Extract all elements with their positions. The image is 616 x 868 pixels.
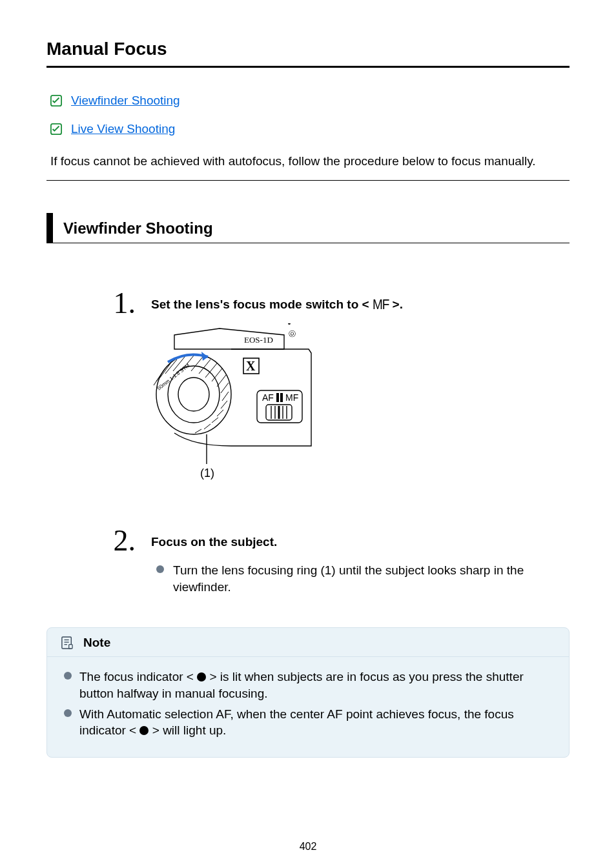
svg-rect-32 — [276, 393, 279, 402]
svg-line-8 — [156, 368, 165, 381]
step-body: Focus on the subject. Turn the lens focu… — [151, 526, 570, 595]
note-item: With Automatic selection AF, when the ce… — [64, 706, 552, 739]
step-2: 2 Focus on the subject. Turn the lens fo… — [111, 526, 570, 595]
svg-line-18 — [221, 383, 229, 393]
step-bullet: Turn the lens focusing ring (1) until th… — [156, 562, 570, 595]
svg-text:MF: MF — [285, 392, 298, 403]
intro-text: If focus cannot be achieved with autofoc… — [46, 154, 570, 168]
focus-indicator-dot-icon — [197, 672, 206, 681]
svg-rect-33 — [280, 393, 283, 402]
svg-text:AF: AF — [262, 392, 274, 403]
svg-rect-47 — [69, 645, 72, 649]
page-title: Manual Focus — [46, 39, 570, 68]
note-body: The focus indicator < > is lit when subj… — [47, 657, 569, 757]
step-title: Set the lens's focus mode switch to < MF… — [151, 298, 570, 312]
svg-line-13 — [191, 357, 203, 371]
note-text-post: > will light up. — [149, 723, 226, 737]
toc-link-liveview[interactable]: Live View Shooting — [46, 122, 570, 136]
section-heading: Viewfinder Shooting — [46, 213, 570, 243]
step-1: 1 Set the lens's focus mode switch to < … — [111, 288, 570, 494]
svg-text:(1): (1) — [200, 467, 214, 479]
svg-text:ⓞ: ⓞ — [289, 330, 296, 338]
step-bullet-text: Turn the lens focusing ring (1) until th… — [173, 562, 544, 595]
toc-link-viewfinder[interactable]: Viewfinder Shooting — [46, 94, 570, 108]
svg-line-20 — [221, 401, 227, 409]
step-title-pre: Set the lens's focus mode switch to < — [151, 298, 373, 311]
note-text: The focus indicator < > is lit when subj… — [79, 669, 552, 701]
bullet-icon — [64, 709, 72, 717]
note-item: The focus indicator < > is lit when subj… — [64, 669, 552, 701]
step-title-post: >. — [389, 298, 403, 311]
bullet-icon — [64, 672, 72, 680]
svg-line-17 — [217, 375, 226, 387]
svg-line-9 — [160, 363, 170, 378]
svg-text:X: X — [246, 359, 256, 373]
svg-marker-25 — [201, 352, 208, 361]
checklist-icon — [50, 123, 62, 135]
svg-line-22 — [212, 418, 218, 423]
camera-illustration: EOS-1D ⓞ — [149, 323, 570, 494]
step-number: 2 — [111, 526, 136, 556]
divider — [46, 180, 570, 181]
step-number: 1 — [111, 288, 136, 318]
note-title: Note — [83, 636, 110, 650]
note-text: With Automatic selection AF, when the ce… — [79, 706, 552, 739]
bullet-icon — [156, 565, 164, 573]
note-box: Note The focus indicator < > is lit when… — [46, 627, 570, 758]
svg-line-21 — [217, 410, 223, 416]
toc-link-label[interactable]: Live View Shooting — [71, 122, 175, 136]
svg-text:EOS-1D: EOS-1D — [244, 335, 273, 345]
svg-line-16 — [212, 368, 222, 381]
svg-point-29 — [288, 323, 291, 325]
svg-line-23 — [204, 424, 210, 429]
mf-glyph: MF — [373, 296, 389, 313]
svg-text:50mm 1:1.8 STM: 50mm 1:1.8 STM — [156, 363, 191, 392]
svg-point-6 — [178, 378, 209, 411]
note-icon — [61, 636, 73, 649]
svg-line-24 — [195, 429, 201, 433]
page-number: 402 — [0, 841, 616, 853]
toc-link-label[interactable]: Viewfinder Shooting — [71, 94, 180, 108]
step-body: Set the lens's focus mode switch to < MF… — [151, 288, 570, 494]
step-title: Focus on the subject. — [151, 535, 570, 549]
checklist-icon — [50, 95, 62, 106]
note-text-pre: The focus indicator < — [79, 670, 197, 683]
note-header: Note — [47, 628, 569, 657]
focus-indicator-dot-icon — [139, 726, 149, 735]
section-heading-text: Viewfinder Shooting — [63, 219, 213, 237]
svg-line-19 — [222, 392, 229, 401]
